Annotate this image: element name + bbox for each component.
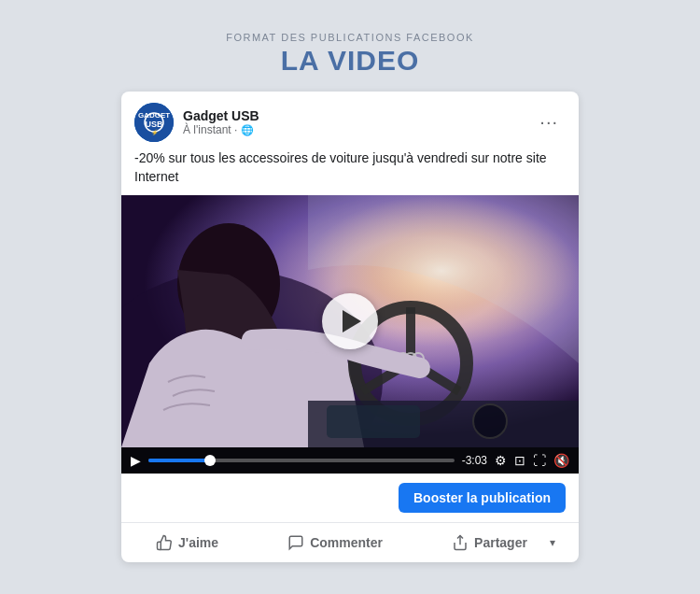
progress-fill: [148, 459, 210, 462]
time-display: -3:03: [462, 454, 487, 467]
page-info: Gadget USB À l'instant · 🌐: [183, 108, 259, 137]
post-text: -20% sur tous les accessoires de voiture…: [121, 149, 579, 195]
progress-dot: [204, 455, 216, 466]
boost-publication-button[interactable]: Booster la publication: [399, 483, 566, 513]
share-button[interactable]: Partager: [437, 527, 542, 559]
svg-text:USB: USB: [145, 120, 163, 129]
page-meta: À l'instant · 🌐: [183, 123, 259, 136]
settings-button[interactable]: ⚙: [495, 453, 507, 468]
page-wrapper: FORMAT DES PUBLICATIONS FACEBOOK LA VIDE…: [0, 32, 700, 562]
video-controls: ▶ -3:03 ⚙ ⊡ ⛶ 🔇: [121, 447, 579, 474]
svg-point-19: [473, 404, 507, 438]
svg-text:⚡: ⚡: [151, 129, 159, 136]
card-header-left: GADGET USB ⚡ Gadget USB À l'instant · 🌐: [134, 103, 259, 142]
comment-icon: [287, 534, 304, 551]
share-icon: [452, 534, 469, 551]
video-container: ▶ -3:03 ⚙ ⊡ ⛶ 🔇: [121, 195, 579, 474]
progress-bar[interactable]: [148, 459, 455, 462]
post-actions: J'aime Commenter Partager ▾: [121, 523, 579, 562]
card-header: GADGET USB ⚡ Gadget USB À l'instant · 🌐: [121, 92, 579, 149]
video-thumbnail[interactable]: [121, 195, 579, 447]
share-label: Partager: [474, 535, 527, 550]
comment-label: Commenter: [310, 535, 383, 550]
fullscreen-button[interactable]: ⛶: [533, 453, 546, 468]
comment-button[interactable]: Commenter: [273, 527, 398, 559]
like-icon: [156, 534, 173, 551]
avatar: GADGET USB ⚡: [134, 103, 174, 142]
boost-area: Booster la publication: [121, 474, 579, 523]
play-button[interactable]: [322, 293, 378, 349]
more-options-button[interactable]: ···: [532, 107, 566, 136]
like-label: J'aime: [178, 535, 218, 550]
avatar-logo: GADGET USB ⚡: [134, 103, 174, 142]
page-name: Gadget USB: [183, 108, 259, 124]
page-header: FORMAT DES PUBLICATIONS FACEBOOK LA VIDE…: [226, 32, 474, 77]
share-dropdown-button[interactable]: ▾: [546, 529, 559, 557]
header-subtitle: FORMAT DES PUBLICATIONS FACEBOOK: [226, 32, 474, 43]
globe-icon: 🌐: [241, 124, 254, 136]
play-pause-button[interactable]: ▶: [131, 453, 141, 468]
volume-button[interactable]: 🔇: [553, 453, 569, 468]
share-area: Partager ▾: [437, 527, 559, 559]
facebook-card: GADGET USB ⚡ Gadget USB À l'instant · 🌐: [121, 92, 579, 562]
like-button[interactable]: J'aime: [141, 527, 233, 559]
header-title: LA VIDEO: [226, 45, 474, 77]
svg-rect-18: [327, 405, 420, 438]
play-triangle-icon: [343, 310, 361, 332]
pip-button[interactable]: ⊡: [514, 453, 525, 468]
